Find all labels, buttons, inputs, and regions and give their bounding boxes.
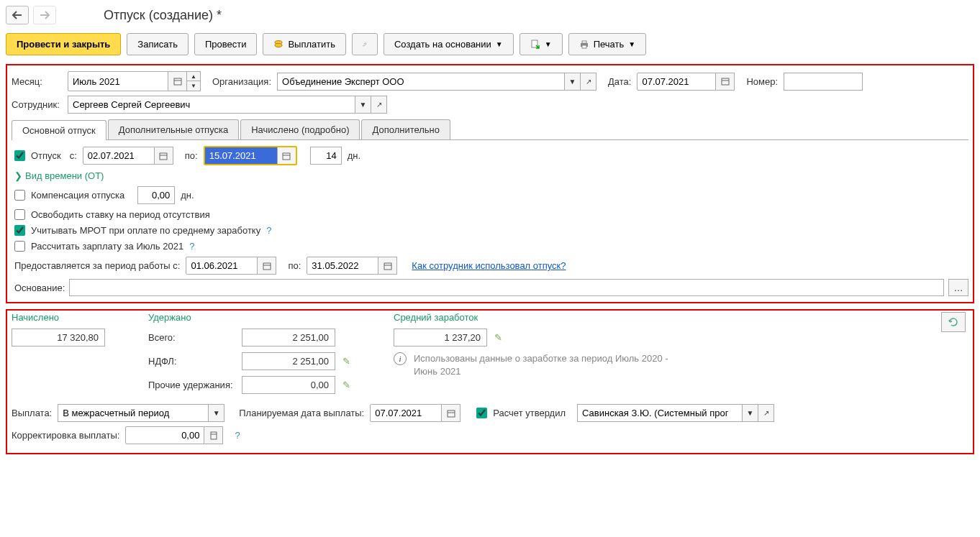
approved-checkbox[interactable] [476,408,487,418]
month-calendar-button[interactable] [168,71,187,91]
post-and-close-button[interactable]: Провести и закрыть [6,33,121,55]
refresh-icon [948,317,958,327]
save-button[interactable]: Записать [127,33,189,55]
org-open-button[interactable]: ↗ [581,73,596,91]
calendar-icon [384,262,392,270]
accrued-value: 17 320,80 [12,329,105,346]
calendar-icon [447,409,455,418]
time-type-expander[interactable]: ❯ Вид времени (ОТ) [14,170,104,181]
correction-help[interactable]: ? [235,430,240,441]
month-spinner[interactable]: ▲▼ [187,71,201,91]
refresh-button[interactable] [941,312,966,332]
period-from-calendar[interactable] [258,257,276,275]
period-to-input[interactable] [307,257,378,275]
tab-bar: Основной отпуск Дополнительные отпуска Н… [12,119,968,140]
tab-accrued-details[interactable]: Начислено (подробно) [240,119,360,139]
payout-label: Выплата: [12,408,52,418]
vacation-to-calendar[interactable] [277,147,296,164]
period-to-calendar[interactable] [378,257,397,275]
org-label: Организация: [212,76,271,87]
approved-label: Расчет утвердил [493,408,566,418]
org-dropdown-button[interactable]: ▼ [565,73,581,91]
employee-label: Сотрудник: [12,99,62,110]
date-input[interactable] [637,73,716,91]
compensation-unit: дн. [181,190,194,201]
compensation-checkbox[interactable] [14,190,25,201]
employee-dropdown-button[interactable]: ▼ [355,96,371,114]
printer-icon [579,40,589,50]
correction-label: Корректировка выплаты: [12,430,119,441]
ndfl-edit-button[interactable]: ✎ [342,356,350,367]
post-button[interactable]: Провести [194,33,258,55]
create-based-button[interactable]: Создать на основании ▼ [384,33,514,55]
doc-arrow-icon [530,40,540,50]
svg-point-1 [275,43,282,47]
svg-rect-12 [283,153,290,160]
svg-rect-4 [582,41,586,43]
actions-menu-button[interactable]: ▼ [520,33,563,55]
ndfl-label: НДФЛ: [148,356,235,367]
payout-input[interactable] [58,404,209,422]
nav-forward [33,6,56,24]
number-label: Номер: [746,76,778,87]
mrot-checkbox[interactable] [14,225,25,236]
date-label: Дата: [608,76,631,87]
month-input[interactable] [68,71,168,91]
calc-salary-help[interactable]: ? [189,241,194,252]
basis-input[interactable] [69,279,944,296]
tab-additional-vacations[interactable]: Дополнительные отпуска [108,119,240,139]
pay-button[interactable]: Выплатить [263,33,346,55]
plan-date-input[interactable] [370,404,442,422]
svg-rect-5 [582,45,586,48]
calendar-icon [159,152,168,160]
plan-date-label: Планируемая дата выплаты: [239,408,364,418]
plan-date-calendar[interactable] [442,404,460,422]
tab-main-vacation[interactable]: Основной отпуск [12,120,106,140]
date-calendar-button[interactable] [716,73,735,91]
caret-down-icon: ▼ [628,40,635,48]
attach-button[interactable] [352,33,378,55]
how-used-link[interactable]: Как сотрудник использовал отпуск? [412,260,566,271]
chevron-right-icon: ❯ [14,170,22,181]
payout-dropdown-button[interactable]: ▼ [209,404,224,422]
avg-edit-button[interactable]: ✎ [494,332,502,343]
correction-input[interactable] [125,426,204,444]
arrow-left-icon [12,11,22,19]
approver-input[interactable] [577,404,743,422]
svg-rect-10 [160,153,167,160]
approver-open-button[interactable]: ↗ [758,404,774,422]
mrot-help[interactable]: ? [266,225,271,236]
coins-icon [273,40,283,50]
basis-ellipsis-button[interactable]: … [948,279,968,296]
days-unit: дн. [348,150,360,161]
vacation-checkbox[interactable] [14,150,25,161]
calc-salary-checkbox[interactable] [14,241,25,252]
number-input[interactable] [784,73,863,91]
approver-dropdown-button[interactable]: ▼ [743,404,758,422]
other-label: Прочие удержания: [148,380,235,390]
nav-back[interactable] [6,6,29,24]
compensation-input[interactable] [137,186,175,204]
svg-rect-6 [174,78,181,85]
period-from-input[interactable] [186,257,258,275]
vacation-from-calendar[interactable] [155,147,173,165]
vacation-to-input[interactable] [205,147,277,164]
month-label: Месяц: [12,76,62,87]
org-input[interactable] [277,73,565,91]
to-label: по: [185,150,198,161]
correction-calc-button[interactable] [204,426,223,444]
mrot-text: Учитывать МРОТ при оплате по среднему за… [31,225,260,236]
pay-label: Выплатить [288,39,335,50]
tab-additional[interactable]: Дополнительно [361,119,450,139]
arrow-right-icon [40,11,50,19]
employee-open-button[interactable]: ↗ [371,96,387,114]
employee-input[interactable] [68,96,355,114]
other-edit-button[interactable]: ✎ [342,380,350,390]
vacation-from-input[interactable] [83,147,155,165]
toolbar: Провести и закрыть Записать Провести Вып… [6,33,974,55]
print-button[interactable]: Печать ▼ [568,33,647,55]
days-input[interactable] [310,147,342,165]
svg-rect-20 [211,432,217,439]
period-label: Предоставляется за период работы с: [14,260,180,271]
free-rate-checkbox[interactable] [14,209,25,220]
